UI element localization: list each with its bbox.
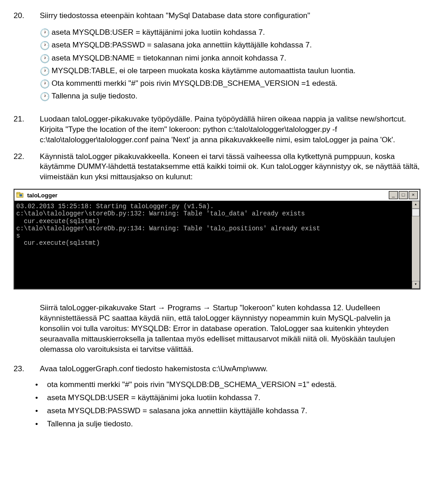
window-title: taloLogger [26,191,389,200]
dot-icon: • [35,419,47,429]
svg-rect-1 [17,192,20,194]
window-titlebar: taloLogger _ □ × [14,190,420,201]
clock-icon: 🕐 [40,79,52,89]
list-item-21: 21. Luodaan taloLogger-pikakuvake työpöy… [14,114,420,145]
close-button[interactable]: × [409,191,418,199]
console-output: 03.02.2013 15:25:18: Starting taloLogger… [14,201,420,289]
list-row: 🕐 aseta MYSQLDB:NAME = tietokannan nimi … [40,53,420,64]
item-text: Luodaan taloLogger-pikakuvake työpöydäll… [40,114,420,145]
console-text: 03.02.2013 15:25:18: Starting taloLogger… [16,203,320,246]
list-text: aseta MYSQLDB:PASSWD = salasana joka ann… [52,40,420,51]
list-text: MYSQLDB:TABLE, ei ole tarpeen muokata ko… [52,66,420,77]
list-text: Tallenna ja sulje tiedosto. [47,419,420,429]
item-number: 23. [14,364,40,374]
list-text: Ota kommentti merkki "#" pois rivin MYSQ… [52,79,420,89]
terminal-window: taloLogger _ □ × 03.02.2013 15:25:18: St… [14,189,420,289]
list-row: • ota kommentti merkki "#" pois rivin "M… [35,380,420,390]
scroll-thumb[interactable] [412,209,420,216]
list-row: 🕐 MYSQLDB:TABLE, ei ole tarpeen muokata … [40,66,420,77]
list-item-20: 20. Siirry tiedostossa eteenpäin kohtaan… [14,11,420,21]
list-item-22: 22. Käynnistä taloLogger pikakuvakkeella… [14,152,420,183]
minimize-button[interactable]: _ [389,191,398,199]
list-text: aseta MYSQLDB:PASSWD = salasana joka ann… [47,406,420,416]
list-text: ota kommentti merkki "#" pois rivin "MYS… [47,380,420,390]
clock-icon: 🕐 [40,91,52,102]
list-item-23: 23. Avaa taloLoggerGraph.conf tiedosto h… [14,364,420,374]
scroll-up-button[interactable]: ▴ [412,201,420,209]
clock-icon: 🕐 [40,28,52,38]
item-text: Siirry tiedostossa eteenpäin kohtaan "My… [40,11,420,21]
list-row: 🕐 Tallenna ja sulje tiedosto. [40,91,420,102]
list-row: 🕐 aseta MYSQLDB:USER = käyttäjänimi joka… [40,28,420,38]
list-text: aseta MYSQLDB:NAME = tietokannan nimi jo… [52,53,420,64]
list-row: • aseta MYSQLDB:PASSWD = salasana joka a… [35,406,420,416]
list-row: • aseta MYSQLDB:USER = käyttäjänimi joka… [35,393,420,403]
sub-list-23: • ota kommentti merkki "#" pois rivin "M… [35,380,420,429]
list-row: 🕐 Ota kommentti merkki "#" pois rivin MY… [40,79,420,89]
dot-icon: • [35,380,47,390]
app-icon [16,191,24,199]
list-row: 🕐 aseta MYSQLDB:PASSWD = salasana joka a… [40,40,420,51]
item-text: Avaa taloLoggerGraph.conf tiedosto hakem… [40,364,420,374]
scrollbar[interactable]: ▴▾ [412,201,420,289]
item-text: Käynnistä taloLogger pikakuvakkeella. Ko… [40,152,420,183]
dot-icon: • [35,393,47,403]
paragraph-after-22: Siirrä taloLogger-pikakuvake Start → Pro… [40,303,420,355]
window-buttons: _ □ × [389,191,418,199]
list-text: aseta MYSQLDB:USER = käyttäjänimi joka l… [52,28,420,38]
scroll-down-button[interactable]: ▾ [412,281,420,289]
list-text: Tallenna ja sulje tiedosto. [52,91,420,102]
clock-icon: 🕐 [40,66,52,77]
list-row: • Tallenna ja sulje tiedosto. [35,419,420,429]
clock-icon: 🕐 [40,53,52,64]
dot-icon: • [35,406,47,416]
item-number: 22. [14,152,40,183]
item-number: 20. [14,11,40,21]
item-number: 21. [14,114,40,145]
clock-icon: 🕐 [40,40,52,51]
list-text: aseta MYSQLDB:USER = käyttäjänimi joka l… [47,393,420,403]
sub-list-20: 🕐 aseta MYSQLDB:USER = käyttäjänimi joka… [40,28,420,103]
maximize-button[interactable]: □ [399,191,408,199]
svg-rect-2 [19,194,22,196]
